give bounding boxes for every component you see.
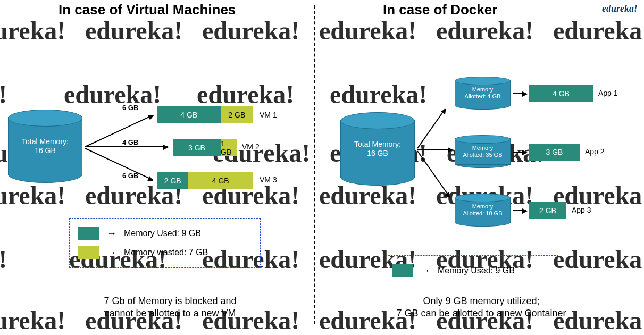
legend-wasted-text: Memory wasted: 7 GB [124,248,208,257]
arrow-icon [513,152,526,153]
vm3-wasted-seg: 4 GB [188,172,253,189]
arrow-icon [417,150,450,197]
app1-bar: 4 GB [529,85,593,102]
arrow-icon [513,210,526,211]
diagram-content: In case of Virtual Machines Total Memory… [0,0,644,335]
app3-used-seg: 2 GB [529,202,566,219]
app3-bar: 2 GB [529,202,566,219]
vm1-bar: 4 GB 2 GB [157,106,253,123]
brand-logo: edureka! [602,3,638,14]
app1-cyl-label: Memory Allotted: 4 GB [455,80,510,106]
vm2-bar: 3 GB 1 GB [173,139,237,156]
vm2-used-seg: 3 GB [173,139,221,156]
vm2-wasted-seg: 1 GB [221,139,237,156]
vm-total-memory-cylinder: Total Memory: 16 GB [8,117,82,175]
arrow-icon: → [107,247,116,258]
app2-cylinder: Memory Allotted: 35 GB [455,138,511,165]
docker-total-memory-cylinder: Total Memory: 16 GB [340,120,415,178]
legend-row-used: → Memory Used: 9 GB [78,224,252,243]
app2-cyl-label: Memory Allotted: 35 GB [455,139,510,164]
vm3-name: VM 3 [260,175,277,184]
vm3-alloc-label: 6 GB [122,172,138,180]
vm-conclusion: 7 Gb of Memory is blocked and cannot be … [80,295,261,320]
docker-legend: → Memory Used: 9 GB [383,255,558,286]
legend-used-text: Memory Used: 9 GB [124,229,201,238]
app2-used-seg: 3 GB [529,144,580,161]
app1-cylinder: Memory Allotted: 4 GB [455,80,511,106]
title-docker: In case of Docker [383,2,497,18]
arrow-icon [85,115,153,147]
vm-total-memory-label: Total Memory: 16 GB [9,118,82,175]
arrow-icon [513,93,526,94]
arrow-icon [85,148,153,180]
app1-used-seg: 4 GB [529,85,593,102]
used-swatch [78,227,99,240]
app3-name: App 3 [572,206,591,214]
vm1-used-seg: 4 GB [157,106,221,123]
legend-used-text: Memory Used: 9 GB [438,266,515,275]
app2-name: App 2 [585,147,605,156]
arrow-icon: → [107,228,116,239]
vm1-alloc-label: 6 GB [122,104,138,112]
vm1-wasted-seg: 2 GB [221,106,253,123]
app2-bar: 3 GB [529,144,580,161]
vm2-name: VM 2 [242,143,260,151]
vm2-alloc-label: 4 GB [122,138,138,146]
vm3-used-seg: 2 GB [157,172,188,189]
app3-cylinder: Memory Allotted: 10 GB [455,197,511,223]
legend-row-used: → Memory Used: 9 GB [392,261,549,280]
vm-legend: → Memory Used: 9 GB → Memory wasted: 7 G… [69,218,261,268]
docker-conclusion: Only 9 GB memory utilized; 7 GB can be a… [364,295,598,320]
center-divider [314,5,315,324]
legend-row-wasted: → Memory wasted: 7 GB [78,243,252,262]
app1-name: App 1 [598,89,618,97]
docker-total-memory-label: Total Memory: 16 GB [341,120,414,178]
wasted-swatch [78,246,99,259]
used-swatch [392,264,413,277]
vm3-bar: 2 GB 4 GB [157,172,253,189]
arrow-icon [417,149,452,150]
vm1-name: VM 1 [260,111,277,119]
arrow-icon [85,146,168,147]
title-vm: In case of Virtual Machines [58,2,236,18]
app3-cyl-label: Memory Allotted: 10 GB [455,197,510,223]
arrow-icon: → [421,265,430,277]
arrow-icon [417,109,445,149]
